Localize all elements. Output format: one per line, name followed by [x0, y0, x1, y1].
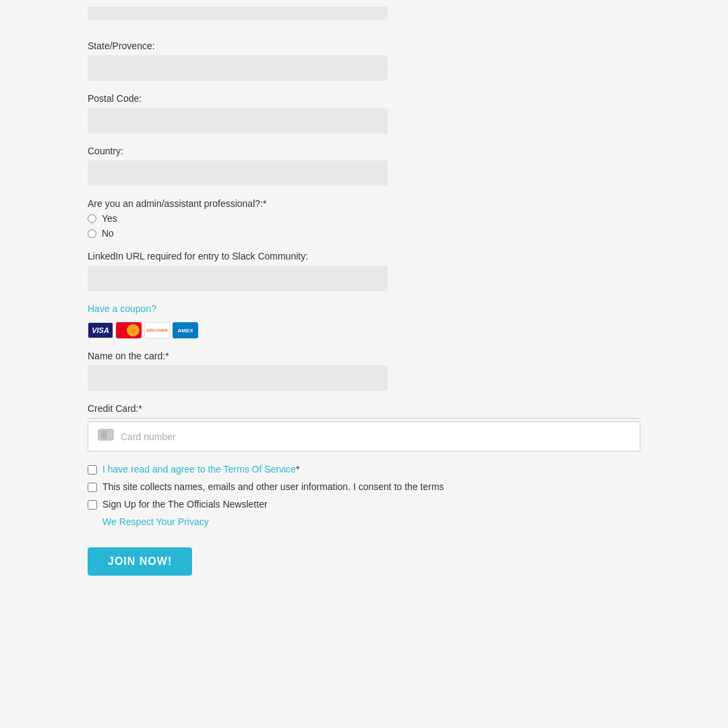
card-chip-icon	[98, 429, 114, 444]
consent-label: This site collects names, emails and oth…	[102, 481, 444, 492]
terms-checkbox[interactable]	[88, 465, 97, 475]
country-label: Country:	[88, 146, 640, 156]
name-on-card-input[interactable]	[88, 365, 388, 391]
terms-asterisk: *	[296, 464, 299, 475]
name-on-card-group: Name on the card:*	[88, 351, 640, 391]
credit-card-input-wrapper[interactable]: Card number	[88, 421, 640, 452]
terms-checkbox-item: I have read and agree to the Terms Of Se…	[88, 464, 640, 475]
linkedin-url-group: LinkedIn URL required for entry to Slack…	[88, 251, 640, 291]
linkedin-url-input[interactable]	[88, 266, 388, 291]
checkboxes-section: I have read and agree to the Terms Of Se…	[88, 464, 640, 510]
newsletter-label: Sign Up for the The Officials Newsletter	[102, 499, 268, 510]
postal-code-group: Postal Code:	[88, 93, 640, 133]
admin-no-radio[interactable]	[88, 229, 96, 238]
visa-icon: VISA	[88, 322, 113, 338]
name-on-card-label: Name on the card:*	[88, 351, 640, 361]
consent-checkbox-item: This site collects names, emails and oth…	[88, 481, 640, 492]
admin-yes-label: Yes	[102, 213, 117, 224]
coupon-link[interactable]: Have a coupon?	[88, 303, 156, 314]
country-input[interactable]	[88, 160, 388, 186]
newsletter-checkbox-item: Sign Up for the The Officials Newsletter	[88, 499, 640, 510]
mastercard-icon	[116, 322, 142, 338]
country-group: Country:	[88, 146, 640, 186]
admin-question-group: Are you an admin/assistant professional?…	[88, 198, 640, 239]
state-province-group: State/Provence:	[88, 40, 640, 81]
admin-question-label: Are you an admin/assistant professional?…	[88, 198, 640, 209]
admin-no-label: No	[102, 228, 114, 239]
state-province-input[interactable]	[88, 55, 388, 81]
consent-checkbox[interactable]	[88, 483, 97, 492]
payment-icons-group: VISA DISCOVER AMEX	[88, 322, 640, 338]
newsletter-checkbox[interactable]	[88, 500, 97, 510]
linkedin-url-label: LinkedIn URL required for entry to Slack…	[88, 251, 640, 262]
credit-card-section: Credit Card:* Card number	[88, 403, 640, 452]
state-province-label: State/Provence:	[88, 40, 640, 51]
terms-link[interactable]: I have read and agree to the Terms Of Se…	[102, 464, 296, 475]
admin-radio-group: Yes No	[88, 213, 640, 239]
privacy-link[interactable]: We Respect Your Privacy	[102, 516, 640, 527]
admin-no-option: No	[88, 228, 640, 239]
credit-card-label: Credit Card:*	[88, 403, 640, 414]
join-now-button[interactable]: JOIN NOW!	[88, 547, 192, 576]
postal-code-input[interactable]	[88, 108, 388, 133]
terms-label: I have read and agree to the Terms Of Se…	[102, 464, 299, 475]
postal-code-label: Postal Code:	[88, 93, 640, 104]
card-number-placeholder: Card number	[121, 431, 176, 442]
coupon-section: Have a coupon?	[88, 303, 640, 320]
admin-yes-option: Yes	[88, 213, 640, 224]
admin-yes-radio[interactable]	[88, 214, 96, 223]
discover-icon: DISCOVER	[144, 322, 170, 338]
amex-icon: AMEX	[173, 322, 198, 338]
